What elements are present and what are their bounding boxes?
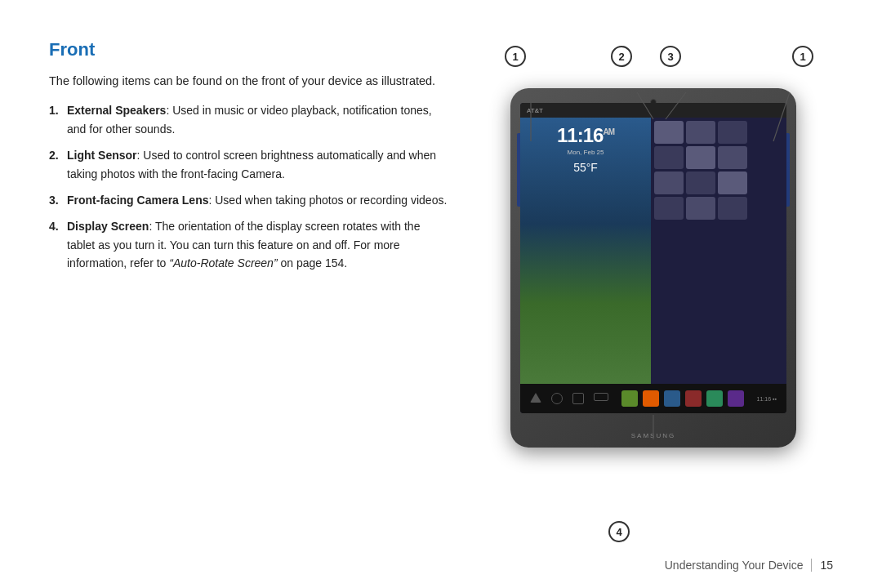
app-thumb [654,197,684,220]
screen-apps [651,118,786,384]
list-item: 4. Display Screen: The orientation of th… [49,217,449,272]
dock-icon [685,390,702,407]
brand-label: SAMSUNG [631,432,675,439]
screen-nav-bar: 11:16 ▪▪ [520,384,786,413]
back-button [530,393,541,403]
list-item: 1. External Speakers: Used in music or v… [49,101,449,138]
dock-icon [664,390,680,407]
app-thumb [686,121,715,144]
list-item: 2. Light Sensor: Used to control screen … [49,146,449,183]
dock-icon [621,390,638,407]
item-label: Display Screen [67,220,149,233]
app-thumb [654,172,684,194]
dock-icons [621,390,744,407]
item-number: 1. [49,101,59,119]
callout-1-left: 1 [505,46,526,67]
app-row [654,197,783,220]
nav-icons [530,393,608,404]
date-display: Mon, Feb 25 [568,149,604,156]
auto-rotate-link: “Auto-Rotate Screen” [169,256,277,270]
dock-icon [706,390,723,407]
item-number: 3. [49,191,59,209]
app-row [654,121,783,144]
page-content: Front The following items can be found o… [0,0,882,588]
callout-4: 4 [608,521,630,542]
item-label: External Speakers [67,104,166,117]
item-label: Front-facing Camera Lens [67,194,208,207]
item-text: : Used when taking photos or recording v… [208,194,447,207]
app-thumb [718,197,747,220]
status-icons: 11:16 ▪▪ [757,396,777,402]
carrier-label: AT&T [527,107,543,114]
menu-button [594,393,608,401]
footer-page-number: 15 [820,559,833,572]
screen-main: 11:16AM Mon, Feb 25 55°F [520,118,786,384]
left-column: Front The following items can be found o… [49,39,449,555]
app-thumb [654,121,684,144]
temp-display: 55°F [573,161,598,174]
screen-status-bar: AT&T [520,103,786,118]
footer-divider [811,559,812,572]
section-title: Front [49,39,449,60]
screen-widget: 11:16AM Mon, Feb 25 55°F [520,118,651,384]
app-thumb [654,146,684,169]
app-thumb [718,121,747,144]
time-display: 11:16AM [557,124,614,147]
item-number: 4. [49,217,59,235]
app-thumb [686,197,715,220]
time-am: AM [603,127,614,136]
tablet-illustration: AT&T 11:16AM Mon, Feb 25 55°F [494,64,813,464]
home-button [551,393,563,404]
item-number: 2. [49,146,59,164]
list-item: 3. Front-facing Camera Lens: Used when t… [49,191,449,209]
callout-1-right: 1 [792,46,813,67]
intro-text: The following items can be found on the … [49,72,449,90]
items-list: 1. External Speakers: Used in music or v… [49,101,449,272]
tablet-screen: AT&T 11:16AM Mon, Feb 25 55°F [520,103,786,413]
app-row [654,172,783,194]
app-thumb [686,146,715,169]
recents-button [572,393,584,404]
dock-icon [643,390,659,407]
callout-3: 3 [660,46,681,67]
footer: Understanding Your Device 15 [665,559,833,572]
item-label: Light Sensor [67,149,137,162]
footer-section-label: Understanding Your Device [665,559,804,572]
right-column: 1 2 3 1 4 [482,39,825,555]
item-text-suffix: on page 154. [278,256,348,270]
app-row [654,146,783,169]
tablet-body: AT&T 11:16AM Mon, Feb 25 55°F [510,88,796,448]
callout-2: 2 [611,46,632,67]
app-thumb [686,172,715,194]
dock-icon [728,390,744,407]
app-thumb [718,172,747,194]
app-thumb [718,146,747,169]
